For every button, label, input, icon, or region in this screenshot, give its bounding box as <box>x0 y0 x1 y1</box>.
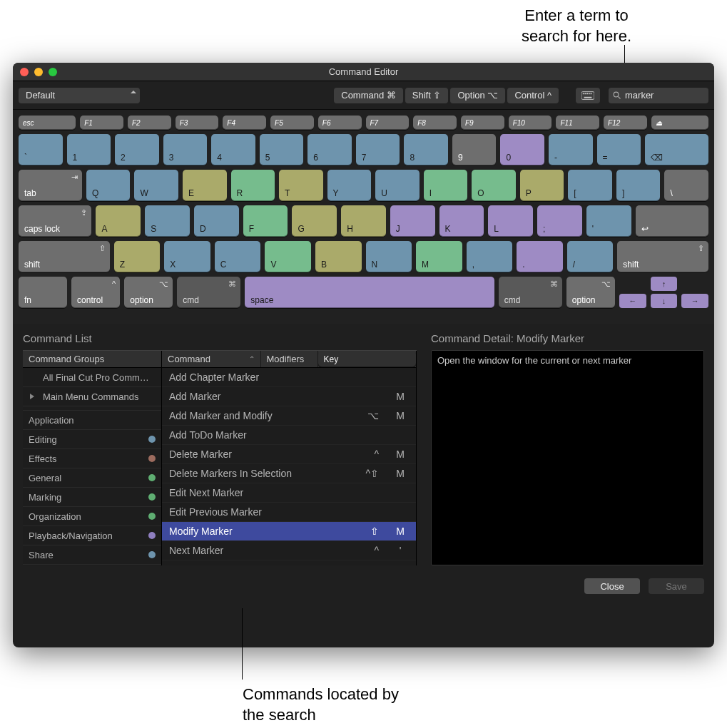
key-up[interactable]: ↑ <box>651 277 678 291</box>
key-f12[interactable]: F12 <box>604 116 647 130</box>
key-d[interactable]: D <box>194 205 239 237</box>
key-g[interactable]: G <box>292 205 337 237</box>
key-c[interactable]: C <box>215 241 261 272</box>
key-[interactable]: , <box>467 241 513 272</box>
key-down[interactable]: ↓ <box>651 294 678 308</box>
key-cmd[interactable]: cmd⌘ <box>499 277 562 308</box>
key-right[interactable]: → <box>681 294 708 308</box>
key-f[interactable]: F <box>243 205 288 237</box>
group-row[interactable]: Editing <box>23 430 161 449</box>
command-row[interactable]: Nudge Marker Left^, <box>162 560 416 565</box>
key-8[interactable]: 8 <box>404 134 448 165</box>
key-9[interactable]: 9 <box>452 134 497 165</box>
key-f8[interactable]: F8 <box>413 116 457 130</box>
key-[interactable]: ` <box>19 134 63 165</box>
search-input[interactable] <box>625 90 714 101</box>
key-l[interactable]: L <box>488 205 533 237</box>
key-cmd[interactable]: cmd⌘ <box>177 277 240 308</box>
command-row[interactable]: Modify Marker⇧M <box>162 522 416 541</box>
key-4[interactable]: 4 <box>211 134 255 165</box>
key-f5[interactable]: F5 <box>270 116 314 130</box>
key-6[interactable]: 6 <box>307 134 352 165</box>
key-u[interactable]: U <box>375 170 420 201</box>
key-0[interactable]: 0 <box>500 134 544 165</box>
key-k[interactable]: K <box>439 205 484 237</box>
key-capslock[interactable]: caps lock⇪ <box>19 205 91 237</box>
key-x[interactable]: X <box>164 241 210 272</box>
key-[interactable]: ' <box>586 205 631 237</box>
key-s[interactable]: S <box>145 205 190 237</box>
key-[interactable]: \ <box>664 170 708 201</box>
key-f4[interactable]: F4 <box>223 116 266 130</box>
key-p[interactable]: P <box>520 170 564 201</box>
group-row[interactable]: Playback/Navigation <box>23 526 161 545</box>
key-a[interactable]: A <box>96 205 141 237</box>
key-[interactable]: ; <box>537 205 582 237</box>
key-option[interactable]: option⌥ <box>566 277 615 308</box>
key-⏏[interactable]: ⏏ <box>651 116 708 130</box>
command-row[interactable]: Add Chapter Marker <box>162 368 416 387</box>
key-y[interactable]: Y <box>327 170 372 201</box>
control-modifier-button[interactable]: Control ^ <box>507 88 559 103</box>
key-[interactable]: [ <box>568 170 612 201</box>
key-h[interactable]: H <box>341 205 386 237</box>
command-row[interactable]: Edit Next Marker <box>162 483 416 503</box>
key-[interactable]: . <box>517 241 563 272</box>
key-left[interactable]: ← <box>619 294 646 308</box>
key-e[interactable]: E <box>183 170 227 201</box>
key-v[interactable]: V <box>265 241 311 272</box>
key-q[interactable]: Q <box>86 170 131 201</box>
command-row[interactable]: Add MarkerM <box>162 387 416 406</box>
key-5[interactable]: 5 <box>260 134 304 165</box>
key-f7[interactable]: F7 <box>366 116 410 130</box>
keyboard-highlight-button[interactable] <box>576 88 600 103</box>
key-[interactable]: ⌫ <box>645 134 708 165</box>
key-control[interactable]: control^ <box>71 277 120 308</box>
group-row[interactable]: Organization <box>23 507 161 526</box>
option-modifier-button[interactable]: Option ⌥ <box>450 88 505 103</box>
key-shift[interactable]: shift⇧ <box>19 241 110 272</box>
command-header[interactable]: Command <box>162 351 261 367</box>
preset-dropdown[interactable]: Default <box>19 88 140 103</box>
key-b[interactable]: B <box>315 241 362 272</box>
key-f9[interactable]: F9 <box>461 116 504 130</box>
key-n[interactable]: N <box>366 241 412 272</box>
key-f3[interactable]: F3 <box>176 116 219 130</box>
key-shift[interactable]: shift⇧ <box>617 241 708 272</box>
key-f2[interactable]: F2 <box>128 116 171 130</box>
key-j[interactable]: J <box>390 205 435 237</box>
save-button[interactable]: Save <box>649 578 704 594</box>
close-button[interactable]: Close <box>584 578 640 594</box>
command-modifier-button[interactable]: Command ⌘ <box>334 88 403 103</box>
key-option[interactable]: option⌥ <box>124 277 173 308</box>
key-7[interactable]: 7 <box>356 134 400 165</box>
key-f11[interactable]: F11 <box>556 116 599 130</box>
key-[interactable]: ↩ <box>636 205 708 237</box>
key-[interactable]: / <box>567 241 614 272</box>
key-[interactable]: ] <box>616 170 661 201</box>
key-f1[interactable]: F1 <box>80 116 123 130</box>
group-row[interactable]: Application <box>23 411 161 430</box>
key-f6[interactable]: F6 <box>318 116 362 130</box>
command-row[interactable]: Add Marker and Modify⌥M <box>162 406 416 426</box>
group-row[interactable]: Marking <box>23 488 161 507</box>
key-header[interactable]: Key <box>318 351 417 367</box>
group-row[interactable]: Effects <box>23 449 161 468</box>
key-f10[interactable]: F10 <box>509 116 552 130</box>
key-m[interactable]: M <box>416 241 462 272</box>
key-t[interactable]: T <box>279 170 323 201</box>
command-row[interactable]: Add ToDo Marker <box>162 426 416 445</box>
key-[interactable]: - <box>549 134 593 165</box>
command-row[interactable]: Edit Previous Marker <box>162 503 416 522</box>
key-w[interactable]: W <box>134 170 178 201</box>
modifiers-header[interactable]: Modifiers <box>261 351 318 367</box>
key-2[interactable]: 2 <box>115 134 159 165</box>
group-row[interactable]: Main Menu Commands <box>23 387 161 406</box>
key-space[interactable]: space <box>245 277 494 308</box>
key-i[interactable]: I <box>424 170 468 201</box>
key-r[interactable]: R <box>231 170 275 201</box>
command-row[interactable]: Delete Markers In Selection^⇧M <box>162 464 416 483</box>
key-[interactable]: = <box>597 134 641 165</box>
command-row[interactable]: Next Marker^' <box>162 541 416 560</box>
group-row[interactable]: All Final Cut Pro Comm… <box>23 368 161 387</box>
